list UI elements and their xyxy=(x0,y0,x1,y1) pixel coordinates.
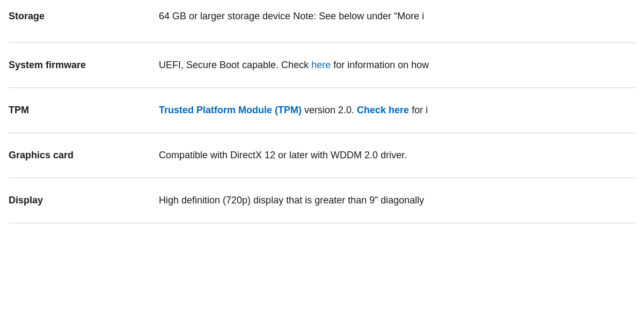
tpm-after-text: for i xyxy=(409,105,428,115)
system-firmware-text-after: for information on how xyxy=(331,60,429,70)
tpm-check-here-link[interactable]: Check here xyxy=(357,105,409,115)
graphics-card-value: Compatible with DirectX 12 or later with… xyxy=(159,148,635,163)
system-firmware-label: System firmware xyxy=(9,60,159,71)
tpm-version-text: version 2.0. xyxy=(302,105,357,115)
tpm-module-link[interactable]: Trusted Platform Module (TPM) xyxy=(159,105,302,115)
system-firmware-text-before: UEFI, Secure Boot capable. Check xyxy=(159,60,311,70)
system-firmware-value: UEFI, Secure Boot capable. Check here fo… xyxy=(159,58,635,72)
display-label: Display xyxy=(9,195,159,206)
system-firmware-row: System firmware UEFI, Secure Boot capabl… xyxy=(9,43,635,88)
tpm-row: TPM Trusted Platform Module (TPM) versio… xyxy=(9,88,635,133)
system-firmware-here-link[interactable]: here xyxy=(311,60,331,70)
display-value: High definition (720p) display that is g… xyxy=(159,193,635,208)
storage-row: Storage 64 GB or larger storage device N… xyxy=(9,0,635,43)
display-row: Display High definition (720p) display t… xyxy=(9,178,635,223)
tpm-value: Trusted Platform Module (TPM) version 2.… xyxy=(159,103,635,118)
graphics-card-label: Graphics card xyxy=(9,150,159,161)
tpm-label: TPM xyxy=(9,105,159,116)
storage-value: 64 GB or larger storage device Note: See… xyxy=(159,9,635,24)
graphics-card-row: Graphics card Compatible with DirectX 12… xyxy=(9,133,635,178)
requirements-table: Storage 64 GB or larger storage device N… xyxy=(0,0,644,223)
storage-label: Storage xyxy=(9,11,159,22)
